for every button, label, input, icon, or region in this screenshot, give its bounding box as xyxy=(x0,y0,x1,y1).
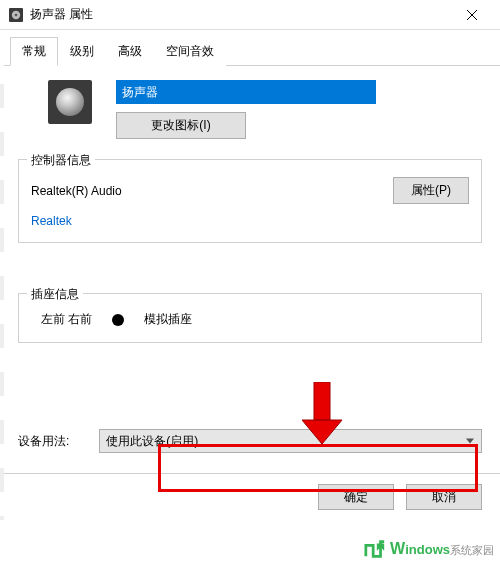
controller-legend: 控制器信息 xyxy=(27,152,95,169)
tab-spatial[interactable]: 空间音效 xyxy=(154,37,226,66)
change-icon-button[interactable]: 更改图标(I) xyxy=(116,112,246,139)
controller-name: Realtek(R) Audio xyxy=(31,184,122,198)
tab-general[interactable]: 常规 xyxy=(10,37,58,66)
controller-properties-button[interactable]: 属性(P) xyxy=(393,177,469,204)
tab-levels[interactable]: 级别 xyxy=(58,37,106,66)
device-icon xyxy=(48,80,92,124)
speaker-small-icon xyxy=(8,7,24,23)
device-usage-select[interactable]: 使用此设备(启用) xyxy=(99,429,482,453)
tab-bar: 常规 级别 高级 空间音效 xyxy=(0,30,500,66)
svg-point-2 xyxy=(15,13,18,16)
tab-advanced[interactable]: 高级 xyxy=(106,37,154,66)
titlebar: 扬声器 属性 xyxy=(0,0,500,30)
watermark: Windows系统家园 xyxy=(364,538,494,560)
ok-button[interactable]: 确定 xyxy=(318,484,394,510)
svg-rect-7 xyxy=(314,382,330,420)
jack-color-dot-icon xyxy=(112,314,124,326)
jack-type: 模拟插座 xyxy=(144,311,192,328)
watermark-logo-icon xyxy=(364,538,386,560)
controller-vendor-link[interactable]: Realtek xyxy=(31,214,72,228)
dialog-footer: 确定 取消 xyxy=(0,473,500,510)
window-title: 扬声器 属性 xyxy=(30,6,452,23)
svg-rect-5 xyxy=(314,382,330,420)
controller-fieldset: 控制器信息 Realtek(R) Audio 属性(P) Realtek xyxy=(18,159,482,243)
jack-fieldset: 插座信息 左前 右前 模拟插座 xyxy=(18,293,482,343)
device-name-input[interactable] xyxy=(116,80,376,104)
cancel-button[interactable]: 取消 xyxy=(406,484,482,510)
device-usage-label: 设备用法: xyxy=(18,433,69,450)
close-button[interactable] xyxy=(452,0,492,30)
jack-location: 左前 右前 xyxy=(41,311,92,328)
jack-legend: 插座信息 xyxy=(27,286,83,303)
